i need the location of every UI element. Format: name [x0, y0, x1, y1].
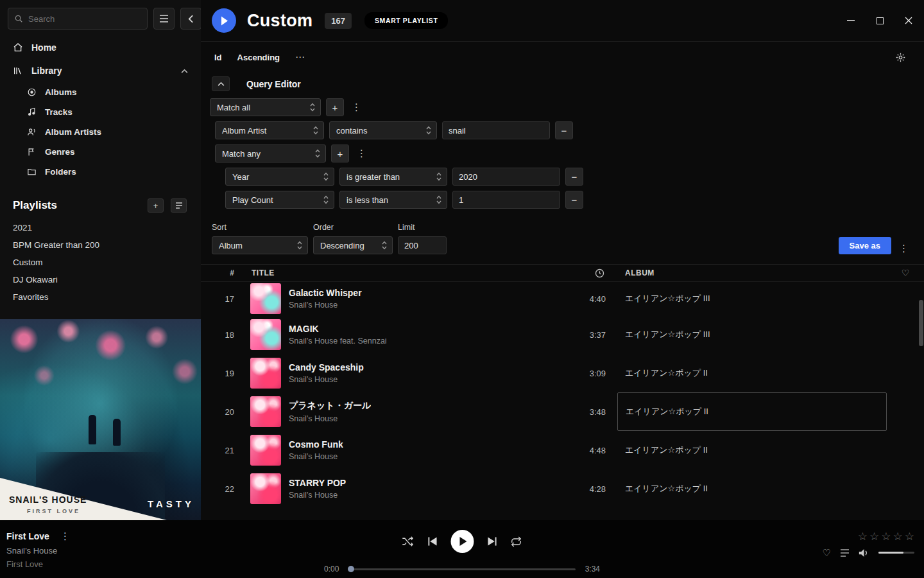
star-icon[interactable]: ☆ — [893, 531, 903, 542]
progress-section: 0:00 3:34 — [324, 565, 600, 574]
menu-button[interactable] — [153, 8, 175, 30]
track-number: 18 — [201, 330, 241, 340]
seek-slider[interactable] — [348, 568, 575, 570]
rating-stars[interactable]: ☆☆☆☆☆ — [858, 531, 914, 542]
star-icon[interactable]: ☆ — [881, 531, 891, 542]
select-value: contains — [336, 126, 367, 136]
track-duration: 4:48 — [560, 446, 617, 455]
shuffle-button[interactable] — [402, 536, 415, 547]
table-row[interactable]: 21 Cosmo Funk Snail’s House 4:48 エイリアン☆ポ… — [201, 431, 924, 469]
playlist-item-bpm[interactable]: BPM Greater than 200 — [0, 236, 201, 254]
track-album-selected[interactable]: エイリアン☆ポップ II — [617, 392, 887, 431]
star-icon[interactable]: ☆ — [858, 531, 868, 542]
column-header-title[interactable]: TITLE — [241, 268, 560, 277]
table-row[interactable]: 22 STARRY POP Snail’s House 4:28 エイリアン☆ポ… — [201, 469, 924, 508]
play-playlist-button[interactable] — [212, 8, 236, 33]
chevron-up-icon[interactable] — [181, 69, 188, 73]
track-title: STARRY POP — [289, 478, 346, 488]
sort-column-button[interactable]: Id — [214, 53, 222, 62]
chevron-up-icon — [218, 82, 225, 86]
sidebar-item-folders[interactable]: Folders — [0, 162, 201, 182]
favorite-column-heart-icon[interactable]: ♡ — [902, 268, 910, 278]
playlist-item-favorites[interactable]: Favorites — [0, 288, 201, 306]
track-duration: 4:40 — [560, 294, 617, 304]
playlist-item-2021[interactable]: 2021 — [0, 219, 201, 236]
playlist-item-custom[interactable]: Custom — [0, 254, 201, 271]
favorite-button[interactable]: ♡ — [823, 548, 831, 557]
track-artist: Snail’s House — [289, 375, 364, 384]
track-thumbnail — [250, 396, 281, 427]
order-select[interactable]: Descending — [313, 236, 393, 254]
volume-slider[interactable] — [878, 552, 914, 554]
column-header-number[interactable]: # — [201, 268, 241, 277]
now-playing-album: First Love — [6, 559, 73, 569]
table-row[interactable]: 18 MAGIK Snail’s House feat. Sennzai 3:3… — [201, 315, 924, 354]
remove-rule-button[interactable]: − — [555, 121, 573, 139]
search-box[interactable] — [8, 8, 148, 30]
sidebar-item-albums[interactable]: Albums — [0, 82, 201, 102]
sort-toolbar: Id Ascending ⋯ — [201, 42, 924, 67]
match-select[interactable]: Match any — [215, 144, 326, 162]
sidebar-item-home[interactable]: Home — [0, 36, 201, 59]
sort-by-select[interactable]: Album — [212, 236, 308, 254]
sidebar-item-label: Albums — [45, 87, 77, 97]
operator-select[interactable]: is less than — [339, 191, 447, 209]
more-options-button[interactable]: ⋯ — [295, 51, 305, 63]
nav-back-button[interactable] — [180, 8, 201, 30]
sidebar-item-tracks[interactable]: Tracks — [0, 102, 201, 122]
queue-button[interactable] — [840, 549, 850, 557]
field-select[interactable]: Play Count — [225, 191, 334, 209]
play-pause-button[interactable] — [451, 530, 474, 553]
remove-rule-button[interactable]: − — [565, 191, 583, 209]
value-input[interactable] — [442, 121, 550, 139]
artist-icon — [27, 127, 37, 137]
remove-rule-button[interactable]: − — [565, 168, 583, 186]
volume-icon[interactable] — [859, 548, 869, 557]
sidebar-item-genres[interactable]: Genres — [0, 142, 201, 162]
query-editor-collapse-button[interactable] — [212, 76, 230, 91]
scrollbar-thumb[interactable] — [919, 300, 923, 346]
next-button[interactable] — [488, 537, 497, 546]
search-input[interactable] — [28, 14, 141, 24]
group-menu-button[interactable]: ⋮ — [354, 148, 369, 159]
seek-handle[interactable] — [348, 566, 354, 572]
track-number: 19 — [201, 369, 241, 378]
previous-button[interactable] — [428, 537, 438, 546]
operator-select[interactable]: is greater than — [339, 168, 447, 186]
track-album: エイリアン☆ポップ II — [617, 483, 887, 495]
sidebar-item-library[interactable]: Library — [0, 59, 201, 82]
settings-gear-button[interactable] — [895, 52, 906, 63]
add-rule-button[interactable]: + — [326, 98, 344, 116]
field-select[interactable]: Album Artist — [215, 121, 324, 139]
save-as-button[interactable]: Save as — [839, 237, 891, 254]
operator-select[interactable]: contains — [329, 121, 437, 139]
value-input[interactable] — [452, 168, 560, 186]
repeat-button[interactable] — [511, 536, 522, 547]
volume-fill — [878, 552, 903, 554]
field-select[interactable]: Year — [225, 168, 334, 186]
updown-icon — [313, 126, 318, 135]
plus-icon: + — [338, 148, 343, 159]
now-playing-menu-button[interactable]: ⋮ — [58, 530, 73, 542]
duration-column-clock-icon[interactable] — [595, 268, 617, 278]
maximize-button[interactable] — [874, 15, 886, 26]
sort-direction-button[interactable]: Ascending — [237, 53, 280, 62]
table-row[interactable]: 17 Galactic Whisper Snail’s House 4:40 エ… — [201, 282, 924, 315]
minimize-button[interactable] — [845, 15, 857, 26]
add-playlist-button[interactable]: + — [148, 198, 164, 213]
group-menu-button[interactable]: ⋮ — [349, 101, 364, 113]
add-rule-button[interactable]: + — [331, 144, 349, 162]
star-icon[interactable]: ☆ — [905, 531, 914, 542]
close-button[interactable] — [903, 15, 914, 26]
limit-input[interactable] — [398, 236, 447, 254]
column-header-album[interactable]: ALBUM — [617, 268, 887, 277]
star-icon[interactable]: ☆ — [869, 531, 879, 542]
match-select[interactable]: Match all — [210, 98, 321, 116]
table-row[interactable]: 19 Candy Spaceship Snail’s House 3:09 エイ… — [201, 354, 924, 392]
sidebar-item-album-artists[interactable]: Album Artists — [0, 122, 201, 142]
table-row[interactable]: 20 プラネット・ガール Snail’s House 3:48 エイリアン☆ポッ… — [201, 392, 924, 431]
save-menu-button[interactable]: ⋮ — [896, 243, 911, 254]
playlist-item-dj-okawari[interactable]: DJ Okawari — [0, 271, 201, 288]
value-input[interactable] — [452, 191, 560, 209]
playlist-options-button[interactable] — [171, 198, 187, 213]
